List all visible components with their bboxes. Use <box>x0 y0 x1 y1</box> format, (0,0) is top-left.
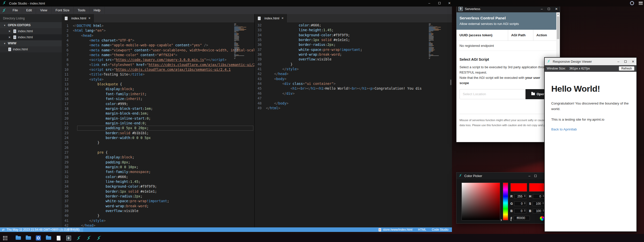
code-line-41[interactable]: 41 </style> <box>62 218 254 223</box>
hue-slider-handle-left[interactable] <box>501 219 503 221</box>
code-line-19[interactable]: 19 margin-block-end:1em; <box>62 111 254 116</box>
status-datetime-segment[interactable]: ⇄ Thu May 11 2023 21:54:48 GMT+0800 (台北標… <box>0 227 83 232</box>
scrollbar-thumb[interactable] <box>450 80 451 85</box>
code-line-44[interactable]: 44 <div class="ui container"> <box>255 81 452 86</box>
taskbar-apps-grid-icon[interactable] <box>0 234 10 242</box>
stepper-icon[interactable] <box>524 210 526 212</box>
maximize-button[interactable] <box>548 8 550 10</box>
minimize-button[interactable]: – <box>618 60 619 63</box>
saturation-value-picker[interactable] <box>462 183 500 220</box>
code-line-20[interactable]: 20 margin-inline-start:0; <box>62 116 254 121</box>
maximize-button[interactable] <box>534 175 537 177</box>
tab-close-icon[interactable]: ✕ <box>88 17 90 20</box>
minimize-button[interactable]: – <box>425 0 434 7</box>
minimize-button[interactable]: – <box>529 174 530 178</box>
code-line-23[interactable]: 23 border:solid #b1b1b1; <box>62 131 254 135</box>
menu-file[interactable]: File <box>9 7 22 14</box>
code-line-11[interactable]: 11 <title>Testing Site</title> <box>62 72 254 77</box>
code-line-25[interactable]: 25 } <box>62 140 254 145</box>
code-line-31[interactable]: 31 font-family:monospace; <box>62 169 254 174</box>
taskbar-document-icon[interactable] <box>53 234 64 242</box>
color-wheel-icon[interactable] <box>540 216 545 221</box>
code-line-36[interactable]: 36 border-radius:2px; <box>255 42 452 47</box>
tab-index-html-2[interactable]: index.html ✕ <box>255 14 287 22</box>
minimap-2[interactable] <box>429 23 448 59</box>
code-line-13[interactable]: 13 blockquote { <box>62 82 254 87</box>
viewer-title-bar[interactable]: Responsive Design Viewer – ✕ <box>545 58 636 65</box>
code-line-47[interactable]: 47 <box>255 96 452 101</box>
taskbar-code-studio-icon[interactable] <box>94 234 104 242</box>
h-value-input[interactable]: 0 <box>533 194 545 199</box>
code-line-33[interactable]: 33 line-height:1.45; <box>255 28 452 32</box>
code-line-37[interactable]: 37 white-space:pre-wrap!important; <box>62 199 254 203</box>
system-loading-icon[interactable] <box>630 1 634 5</box>
code-line-21[interactable]: 21 margin-inline-end:0; <box>62 121 254 126</box>
taskbar-folder-icon[interactable] <box>23 234 33 242</box>
sidebar-item-index.html[interactable]: ✕index.html <box>0 28 62 34</box>
code-line-10[interactable]: 10 <script src="https://cdnjs.cloudflare… <box>62 67 254 72</box>
code-line-22[interactable]: 22 padding:0 5px 0 20px; <box>62 126 254 130</box>
tab-index-html-1[interactable]: index.html ✕ <box>62 14 94 22</box>
code-line-32[interactable]: 32 color:#666; <box>62 175 254 179</box>
scrollbar-thumb[interactable] <box>557 16 559 39</box>
code-line-49[interactable]: 49</html> <box>255 106 452 111</box>
menu-view[interactable]: View <box>36 7 51 14</box>
code-line-3[interactable]: 3 <head> <box>62 33 254 38</box>
code-line-35[interactable]: 35 border:1px solid #e1e1e1; <box>62 189 254 194</box>
code-line-17[interactable]: 17 color:#999; <box>62 101 254 106</box>
code-line-40[interactable]: 40 } <box>255 62 452 67</box>
code-line-12[interactable]: 12 <style> <box>62 77 254 82</box>
code-line-16[interactable]: 16 font-size:inherit; <box>62 96 254 101</box>
r-value-input[interactable]: 255 <box>514 194 526 199</box>
code-line-7[interactable]: 7 <meta name="theme-color" content="#ff9… <box>62 53 254 57</box>
code-line-48[interactable]: 48 </body> <box>255 101 452 106</box>
code-line-5[interactable]: 5 <meta name="apple-mobile-web-app-capab… <box>62 43 254 48</box>
b-value-input[interactable]: 0 <box>514 209 526 213</box>
taskbar-code-studio-icon[interactable] <box>84 234 94 242</box>
hex-input[interactable]: ff0000 <box>514 216 530 220</box>
code-editor-2[interactable]: 32 color:#666;33 line-height:1.45;34 bac… <box>255 22 452 227</box>
code-line-38[interactable]: 38 word-wrap:break-word; <box>62 204 254 209</box>
taskbar-code-studio-icon[interactable] <box>74 234 84 242</box>
code-line-41[interactable]: 41 </style> <box>255 67 452 72</box>
code-line-36[interactable]: 36 border-radius:2px; <box>62 194 254 199</box>
code-line-37[interactable]: 37 white-space:pre-wrap!important; <box>255 47 452 52</box>
sidebar-item-index.html[interactable]: ✕index.html <box>0 34 62 40</box>
code-line-4[interactable]: 4 <meta charset="UTF-8"> <box>62 38 254 43</box>
code-line-9[interactable]: 9 <link rel="stylesheet" href="https://c… <box>62 62 254 67</box>
code-line-24[interactable]: 24 border-width:0 0 0 5px <box>62 135 254 140</box>
status-language[interactable]: HTML <box>418 228 426 231</box>
hue-slider[interactable] <box>503 183 508 220</box>
scrollbar-up-icon[interactable]: ▲ <box>556 12 560 16</box>
menu-edit[interactable]: Edit <box>22 7 36 14</box>
code-editor-1[interactable]: 1<!DOCTYPE html>2<html lang="en">3 <head… <box>62 22 254 227</box>
status-app-name[interactable]: Code Studio <box>432 228 448 231</box>
g-value-input[interactable]: 0 <box>514 201 526 206</box>
code-line-32[interactable]: 32 color:#666; <box>255 23 452 28</box>
sidebar-section-open-editors[interactable]: ▼OPEN EDITORS <box>0 22 62 28</box>
stepper-icon[interactable] <box>542 202 544 204</box>
status-file[interactable]: store:/www/index.html <box>379 228 412 231</box>
code-line-2[interactable]: 2<html lang="en"> <box>62 28 254 33</box>
menu-help[interactable]: Help <box>90 7 105 14</box>
code-line-14[interactable]: 14 display:block; <box>62 87 254 91</box>
code-line-42[interactable]: 42 </head> <box>62 223 254 227</box>
code-line-8[interactable]: 8 <script src="https://code.jquery.com/j… <box>62 57 254 62</box>
stepper-icon[interactable] <box>524 202 526 204</box>
stepper-icon[interactable] <box>543 210 544 212</box>
stepper-icon[interactable] <box>543 195 544 197</box>
minimap-1[interactable] <box>234 23 253 59</box>
code-line-1[interactable]: 1<!DOCTYPE html> <box>62 23 254 28</box>
close-icon[interactable]: ✕ <box>8 34 12 40</box>
stepper-icon[interactable] <box>524 195 526 197</box>
code-line-38[interactable]: 38 word-wrap:break-word; <box>255 52 452 57</box>
code-line-6[interactable]: 6 <meta name="viewport" content="user-sc… <box>62 48 254 53</box>
taskbar-folder-icon[interactable] <box>43 234 53 242</box>
code-line-39[interactable]: 39 overflow:visible <box>62 209 254 213</box>
menu-font-size[interactable]: Font Size <box>51 7 74 14</box>
hamburger-menu-icon[interactable] <box>639 2 643 5</box>
maximize-button[interactable] <box>435 0 444 7</box>
s-value-input[interactable]: 100 <box>533 201 545 206</box>
code-line-46[interactable]: 46 </div> <box>255 91 452 96</box>
code-line-15[interactable]: 15 font-family:inherit; <box>62 92 254 96</box>
